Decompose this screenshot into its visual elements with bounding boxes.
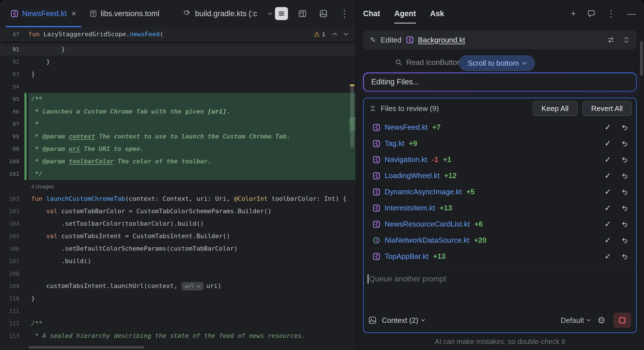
- line-number[interactable]: 92: [0, 56, 28, 68]
- code-line[interactable]: 103 val customTabBarColor = CustomTabCol…: [0, 205, 355, 217]
- line-number[interactable]: 106: [0, 242, 28, 255]
- show-diff-icon[interactable]: [607, 36, 615, 44]
- revert-file-icon[interactable]: [621, 156, 628, 163]
- code-text[interactable]: * A sealed hierarchy describing the stat…: [28, 330, 355, 342]
- scroll-to-bottom-button[interactable]: Scroll to bottom: [459, 56, 535, 71]
- code-line[interactable]: 109 customTabsIntent.launchUrl(context, …: [0, 280, 355, 292]
- revert-file-icon[interactable]: [621, 221, 628, 228]
- line-number[interactable]: [0, 180, 28, 193]
- code-line[interactable]: 101 */: [0, 168, 355, 180]
- code-text[interactable]: }: [28, 43, 355, 56]
- code-text[interactable]: 4 Usages: [28, 180, 355, 193]
- revert-file-icon[interactable]: [621, 172, 628, 179]
- code-line[interactable]: 105 val customTabsIntent = CustomTabsInt…: [0, 230, 355, 242]
- file-review-row[interactable]: NiaNetworkDataSource.kt +20 ✓: [368, 232, 633, 248]
- code-text[interactable]: * Launches a Custom Chrome Tab with the …: [28, 105, 355, 118]
- split-editor-button[interactable]: [296, 7, 309, 20]
- code-text[interactable]: * @param context The context to use to l…: [28, 130, 355, 143]
- next-problem-chevron[interactable]: [344, 33, 348, 35]
- chat-history-button[interactable]: [587, 10, 595, 18]
- file-review-row[interactable]: Navigation.kt -1 +1 ✓: [368, 151, 633, 168]
- code-line[interactable]: 97 *: [0, 118, 355, 130]
- revert-all-button[interactable]: Revert All: [582, 101, 632, 116]
- line-number[interactable]: 97: [0, 118, 28, 130]
- code-line[interactable]: 92 }: [0, 56, 355, 68]
- new-chat-button[interactable]: +: [571, 9, 576, 18]
- keep-file-icon[interactable]: ✓: [605, 172, 611, 180]
- line-number[interactable]: 101: [0, 168, 28, 180]
- code-line[interactable]: 111: [0, 305, 355, 317]
- expand-collapse-icon[interactable]: [623, 37, 630, 43]
- code-text[interactable]: customTabsIntent.launchUrl(context, url …: [28, 280, 355, 292]
- line-number[interactable]: 105: [0, 230, 28, 242]
- code-line[interactable]: 95/**: [0, 93, 355, 105]
- code-line[interactable]: 98 * @param context The context to use t…: [0, 130, 355, 143]
- keep-file-icon[interactable]: ✓: [605, 204, 611, 212]
- code-editor[interactable]: 91 }92 }93}9495/**96 * Launches a Custom…: [0, 41, 355, 350]
- code-text[interactable]: fun launchCustomChromeTab(context: Conte…: [28, 193, 355, 205]
- model-selector[interactable]: Default: [561, 316, 590, 325]
- code-line[interactable]: 113 * A sealed hierarchy describing the …: [0, 330, 355, 342]
- line-number[interactable]: 112: [0, 317, 28, 330]
- file-review-row[interactable]: TopAppBar.kt +13 ✓: [368, 248, 633, 264]
- code-text[interactable]: val customTabsIntent = CustomTabsIntent.…: [28, 230, 355, 242]
- line-number[interactable]: 91: [0, 43, 28, 56]
- code-line[interactable]: 104 .setToolbarColor(toolbarColor).build…: [0, 217, 355, 230]
- line-number[interactable]: 110: [0, 292, 28, 305]
- tab-build-gradle-kts[interactable]: build.gradle.kts (:c: [176, 0, 264, 27]
- line-number[interactable]: 102: [0, 193, 28, 205]
- code-text[interactable]: val customTabBarColor = CustomTabColorSc…: [28, 205, 355, 217]
- file-review-row[interactable]: NewsFeed.kt +7 ✓: [368, 119, 633, 135]
- code-text[interactable]: [28, 80, 355, 93]
- code-line[interactable]: 112/**: [0, 317, 355, 330]
- tab-ask[interactable]: Ask: [430, 0, 444, 27]
- code-line[interactable]: 106 .setDefaultColorSchemeParams(customT…: [0, 242, 355, 255]
- revert-file-icon[interactable]: [621, 124, 628, 131]
- code-text[interactable]: [28, 267, 355, 280]
- revert-file-icon[interactable]: [621, 237, 628, 244]
- file-link[interactable]: NewsResourceCardList.kt: [385, 220, 470, 229]
- usages-inlay-row[interactable]: 4 Usages: [0, 180, 355, 193]
- line-number[interactable]: 104: [0, 217, 28, 230]
- list-view-button[interactable]: [275, 7, 288, 20]
- file-link[interactable]: LoadingWheel.kt: [385, 171, 440, 180]
- line-number[interactable]: 107: [0, 255, 28, 267]
- code-line[interactable]: 99 * @param uri The URI to open.: [0, 143, 355, 155]
- code-text[interactable]: *: [28, 118, 355, 130]
- keep-file-icon[interactable]: ✓: [605, 156, 611, 164]
- code-line[interactable]: 96 * Launches a Custom Chrome Tab with t…: [0, 105, 355, 118]
- code-text[interactable]: */: [28, 168, 355, 180]
- keep-file-icon[interactable]: ✓: [605, 123, 611, 131]
- revert-file-icon[interactable]: [621, 189, 628, 195]
- code-text[interactable]: }: [28, 56, 355, 68]
- keep-file-icon[interactable]: ✓: [605, 236, 611, 244]
- stop-button[interactable]: [613, 313, 631, 328]
- code-text[interactable]: /**: [28, 317, 355, 330]
- file-review-row[interactable]: LoadingWheel.kt +12 ✓: [368, 168, 633, 184]
- tab-agent[interactable]: Agent: [394, 0, 416, 27]
- keep-file-icon[interactable]: ✓: [605, 188, 611, 196]
- sticky-code-header[interactable]: 47 fun LazyStaggeredGridScope.newsFeed( …: [0, 27, 355, 41]
- code-line[interactable]: 100 * @param toolbarColor The color of t…: [0, 155, 355, 168]
- code-text[interactable]: .build(): [28, 255, 355, 267]
- tab-newsfeed-kt[interactable]: NewsFeed.kt ×: [4, 0, 83, 27]
- code-text[interactable]: [28, 305, 355, 317]
- file-link[interactable]: Navigation.kt: [385, 155, 427, 164]
- chat-more-options-button[interactable]: ⋮: [607, 9, 616, 18]
- file-link[interactable]: Tag.kt: [385, 139, 404, 148]
- close-tab-icon[interactable]: ×: [71, 9, 77, 18]
- code-text[interactable]: .setDefaultColorSchemeParams(customTabBa…: [28, 242, 355, 255]
- code-line[interactable]: 108: [0, 267, 355, 280]
- code-line[interactable]: 93}: [0, 68, 355, 80]
- attach-image-icon[interactable]: [368, 316, 377, 325]
- file-link[interactable]: NiaNetworkDataSource.kt: [385, 236, 469, 245]
- line-number[interactable]: 108: [0, 267, 28, 280]
- hidden-tabs-chevron[interactable]: [265, 0, 275, 27]
- context-selector[interactable]: Context (2): [382, 316, 424, 325]
- revert-file-icon[interactable]: [621, 140, 628, 147]
- code-line[interactable]: 102fun launchCustomChromeTab(context: Co…: [0, 193, 355, 205]
- keep-file-icon[interactable]: ✓: [605, 253, 611, 261]
- file-review-row[interactable]: NewsResourceCardList.kt +6 ✓: [368, 216, 633, 232]
- prompt-input[interactable]: Queue another prompt: [364, 266, 636, 311]
- line-number[interactable]: 109: [0, 280, 28, 292]
